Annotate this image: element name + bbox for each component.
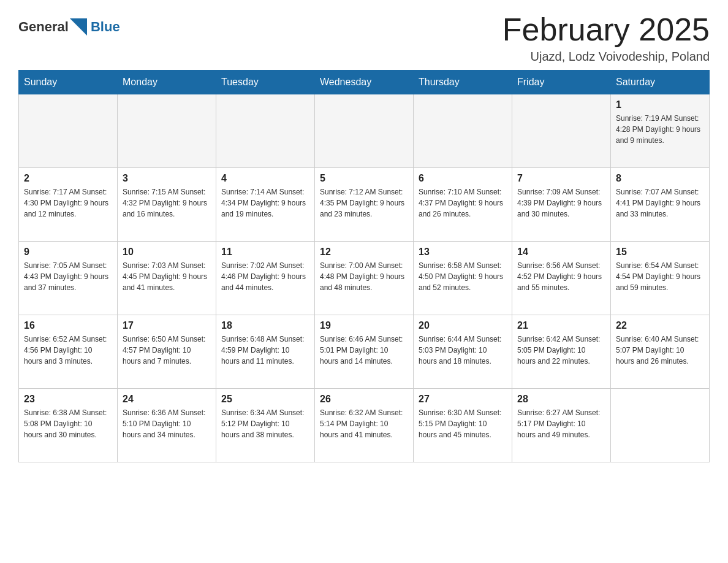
day-info: Sunrise: 7:10 AM Sunset: 4:37 PM Dayligh… <box>419 186 507 220</box>
day-cell: 18Sunrise: 6:48 AM Sunset: 4:59 PM Dayli… <box>216 315 315 389</box>
svg-marker-0 <box>70 18 87 36</box>
day-cell <box>19 94 118 168</box>
calendar-subtitle: Ujazd, Lodz Voivodeship, Poland <box>502 50 710 64</box>
day-cell: 23Sunrise: 6:38 AM Sunset: 5:08 PM Dayli… <box>19 389 118 462</box>
day-info: Sunrise: 6:32 AM Sunset: 5:14 PM Dayligh… <box>320 407 408 440</box>
day-cell: 25Sunrise: 6:34 AM Sunset: 5:12 PM Dayli… <box>216 389 315 462</box>
day-cell: 14Sunrise: 6:56 AM Sunset: 4:52 PM Dayli… <box>512 242 611 315</box>
calendar-table: SundayMondayTuesdayWednesdayThursdayFrid… <box>18 70 710 462</box>
day-number: 4 <box>221 173 309 184</box>
day-cell: 13Sunrise: 6:58 AM Sunset: 4:50 PM Dayli… <box>414 242 512 315</box>
day-info: Sunrise: 6:48 AM Sunset: 4:59 PM Dayligh… <box>221 334 309 367</box>
day-info: Sunrise: 7:07 AM Sunset: 4:41 PM Dayligh… <box>616 186 704 220</box>
header-cell-monday: Monday <box>118 71 216 94</box>
day-number: 15 <box>616 247 704 258</box>
day-cell: 9Sunrise: 7:05 AM Sunset: 4:43 PM Daylig… <box>19 242 118 315</box>
header-row: SundayMondayTuesdayWednesdayThursdayFrid… <box>19 71 710 94</box>
day-info: Sunrise: 6:38 AM Sunset: 5:08 PM Dayligh… <box>24 407 112 440</box>
day-cell <box>315 94 414 168</box>
day-cell <box>512 94 611 168</box>
day-number: 22 <box>616 320 704 331</box>
day-cell: 10Sunrise: 7:03 AM Sunset: 4:45 PM Dayli… <box>118 242 216 315</box>
day-cell: 15Sunrise: 6:54 AM Sunset: 4:54 PM Dayli… <box>611 242 710 315</box>
day-number: 1 <box>616 99 704 110</box>
day-info: Sunrise: 7:19 AM Sunset: 4:28 PM Dayligh… <box>616 113 704 146</box>
day-number: 28 <box>517 394 605 405</box>
day-info: Sunrise: 7:14 AM Sunset: 4:34 PM Dayligh… <box>221 186 309 220</box>
header-cell-saturday: Saturday <box>611 71 710 94</box>
day-cell <box>611 389 710 462</box>
day-info: Sunrise: 7:03 AM Sunset: 4:45 PM Dayligh… <box>123 260 211 293</box>
day-cell: 19Sunrise: 6:46 AM Sunset: 5:01 PM Dayli… <box>315 315 414 389</box>
day-number: 19 <box>320 320 408 331</box>
day-cell: 22Sunrise: 6:40 AM Sunset: 5:07 PM Dayli… <box>611 315 710 389</box>
week-row-4: 23Sunrise: 6:38 AM Sunset: 5:08 PM Dayli… <box>19 389 710 462</box>
day-info: Sunrise: 6:34 AM Sunset: 5:12 PM Dayligh… <box>221 407 309 440</box>
day-number: 17 <box>123 320 211 331</box>
day-cell: 27Sunrise: 6:30 AM Sunset: 5:15 PM Dayli… <box>414 389 512 462</box>
calendar-title: February 2025 <box>502 12 710 47</box>
day-cell: 4Sunrise: 7:14 AM Sunset: 4:34 PM Daylig… <box>216 168 315 242</box>
day-cell: 3Sunrise: 7:15 AM Sunset: 4:32 PM Daylig… <box>118 168 216 242</box>
day-cell: 16Sunrise: 6:52 AM Sunset: 4:56 PM Dayli… <box>19 315 118 389</box>
day-cell: 1Sunrise: 7:19 AM Sunset: 4:28 PM Daylig… <box>611 94 710 168</box>
day-info: Sunrise: 6:58 AM Sunset: 4:50 PM Dayligh… <box>419 260 507 293</box>
header-cell-friday: Friday <box>512 71 611 94</box>
day-info: Sunrise: 6:52 AM Sunset: 4:56 PM Dayligh… <box>24 334 112 367</box>
day-info: Sunrise: 6:44 AM Sunset: 5:03 PM Dayligh… <box>419 334 507 367</box>
day-info: Sunrise: 6:46 AM Sunset: 5:01 PM Dayligh… <box>320 334 408 367</box>
calendar-body: 1Sunrise: 7:19 AM Sunset: 4:28 PM Daylig… <box>19 94 710 462</box>
week-row-0: 1Sunrise: 7:19 AM Sunset: 4:28 PM Daylig… <box>19 94 710 168</box>
logo-text-general: General <box>18 19 69 35</box>
day-number: 9 <box>24 247 112 258</box>
day-info: Sunrise: 6:27 AM Sunset: 5:17 PM Dayligh… <box>517 407 605 440</box>
day-cell <box>414 94 512 168</box>
day-number: 12 <box>320 247 408 258</box>
day-number: 27 <box>419 394 507 405</box>
day-info: Sunrise: 6:54 AM Sunset: 4:54 PM Dayligh… <box>616 260 704 293</box>
day-info: Sunrise: 6:40 AM Sunset: 5:07 PM Dayligh… <box>616 334 704 367</box>
day-number: 6 <box>419 173 507 184</box>
day-info: Sunrise: 6:30 AM Sunset: 5:15 PM Dayligh… <box>419 407 507 440</box>
day-number: 5 <box>320 173 408 184</box>
week-row-3: 16Sunrise: 6:52 AM Sunset: 4:56 PM Dayli… <box>19 315 710 389</box>
day-info: Sunrise: 7:00 AM Sunset: 4:48 PM Dayligh… <box>320 260 408 293</box>
logo: General Blue <box>18 18 120 36</box>
day-cell: 7Sunrise: 7:09 AM Sunset: 4:39 PM Daylig… <box>512 168 611 242</box>
header-cell-thursday: Thursday <box>414 71 512 94</box>
header-cell-wednesday: Wednesday <box>315 71 414 94</box>
day-cell: 8Sunrise: 7:07 AM Sunset: 4:41 PM Daylig… <box>611 168 710 242</box>
calendar-header: SundayMondayTuesdayWednesdayThursdayFrid… <box>19 71 710 94</box>
day-info: Sunrise: 6:50 AM Sunset: 4:57 PM Dayligh… <box>123 334 211 367</box>
day-info: Sunrise: 7:17 AM Sunset: 4:30 PM Dayligh… <box>24 186 112 220</box>
day-info: Sunrise: 7:09 AM Sunset: 4:39 PM Dayligh… <box>517 186 605 220</box>
day-number: 23 <box>24 394 112 405</box>
day-info: Sunrise: 7:12 AM Sunset: 4:35 PM Dayligh… <box>320 186 408 220</box>
day-cell: 17Sunrise: 6:50 AM Sunset: 4:57 PM Dayli… <box>118 315 216 389</box>
day-cell: 26Sunrise: 6:32 AM Sunset: 5:14 PM Dayli… <box>315 389 414 462</box>
day-info: Sunrise: 7:05 AM Sunset: 4:43 PM Dayligh… <box>24 260 112 293</box>
day-cell: 28Sunrise: 6:27 AM Sunset: 5:17 PM Dayli… <box>512 389 611 462</box>
day-cell: 20Sunrise: 6:44 AM Sunset: 5:03 PM Dayli… <box>414 315 512 389</box>
logo-icon <box>70 18 87 36</box>
page-header: General Blue February 2025 Ujazd, Lodz V… <box>18 12 710 64</box>
day-info: Sunrise: 6:36 AM Sunset: 5:10 PM Dayligh… <box>123 407 211 440</box>
day-cell: 2Sunrise: 7:17 AM Sunset: 4:30 PM Daylig… <box>19 168 118 242</box>
day-number: 20 <box>419 320 507 331</box>
logo-text-blue: Blue <box>91 19 120 35</box>
day-number: 8 <box>616 173 704 184</box>
day-number: 24 <box>123 394 211 405</box>
day-cell: 6Sunrise: 7:10 AM Sunset: 4:37 PM Daylig… <box>414 168 512 242</box>
header-cell-sunday: Sunday <box>19 71 118 94</box>
day-info: Sunrise: 6:42 AM Sunset: 5:05 PM Dayligh… <box>517 334 605 367</box>
day-number: 2 <box>24 173 112 184</box>
header-cell-tuesday: Tuesday <box>216 71 315 94</box>
day-cell <box>216 94 315 168</box>
day-number: 26 <box>320 394 408 405</box>
day-cell: 5Sunrise: 7:12 AM Sunset: 4:35 PM Daylig… <box>315 168 414 242</box>
day-cell: 24Sunrise: 6:36 AM Sunset: 5:10 PM Dayli… <box>118 389 216 462</box>
day-cell: 12Sunrise: 7:00 AM Sunset: 4:48 PM Dayli… <box>315 242 414 315</box>
day-number: 21 <box>517 320 605 331</box>
day-cell: 21Sunrise: 6:42 AM Sunset: 5:05 PM Dayli… <box>512 315 611 389</box>
day-number: 25 <box>221 394 309 405</box>
